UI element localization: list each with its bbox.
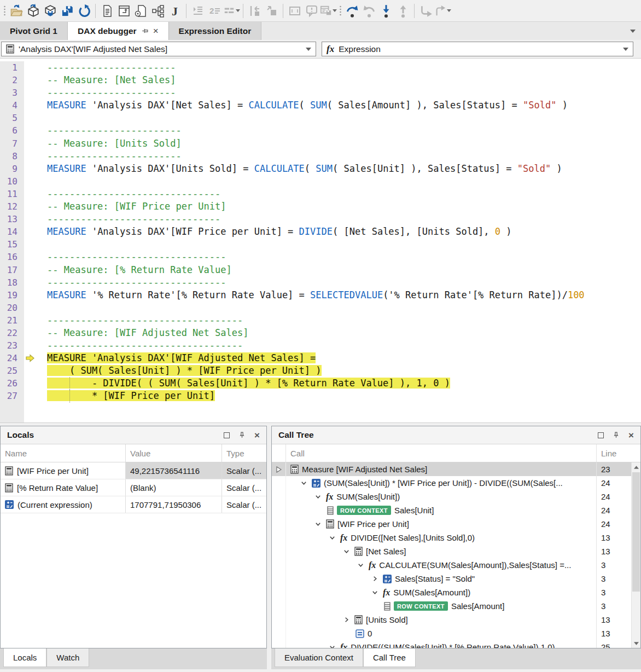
chevron-down-icon[interactable] bbox=[327, 644, 337, 648]
row-indicator-cell bbox=[272, 517, 286, 531]
chevron-down-icon[interactable] bbox=[299, 479, 308, 486]
breakpoint-margin bbox=[24, 364, 36, 377]
close-icon[interactable]: × bbox=[628, 432, 634, 438]
call-tree-row[interactable]: [Units Sold]13 bbox=[272, 613, 640, 627]
code-line: 12-- Measure: [WIF Price per Unit] bbox=[0, 200, 641, 213]
tab-overflow-icon[interactable] bbox=[630, 30, 636, 33]
chevron-right-icon[interactable] bbox=[370, 575, 380, 582]
toolbar-grip[interactable] bbox=[1, 5, 8, 16]
call-tree-row[interactable]: fxDIVIDE((SUM(Sales[Unit]) * [% Return R… bbox=[272, 640, 640, 648]
column-header-name[interactable]: Name bbox=[1, 444, 126, 462]
scroll-down-icon[interactable] bbox=[632, 639, 640, 648]
call-tree-row[interactable]: fxSUM(Sales[Amount])3 bbox=[272, 586, 640, 599]
scroll-up-icon[interactable] bbox=[632, 462, 640, 472]
expression-icon bbox=[312, 479, 320, 488]
call-text: Sales[Unit] bbox=[394, 506, 434, 515]
step-into-button[interactable] bbox=[377, 3, 394, 19]
chevron-down-icon[interactable] bbox=[327, 534, 337, 541]
call-tree-row[interactable]: fxSUM(Sales[Unit])24 bbox=[272, 490, 640, 503]
chevron-down-icon[interactable] bbox=[356, 561, 365, 569]
maximize-icon[interactable] bbox=[224, 432, 230, 438]
call-tree-row[interactable]: Measure [WIF Adjusted Net Sales]23 bbox=[272, 462, 640, 476]
scrollbar-thumb[interactable] bbox=[632, 472, 640, 592]
save-to-model-button[interactable] bbox=[42, 3, 59, 19]
code-line: 26 - DIVIDE( ( SUM( Sales[Unit] ) * [% R… bbox=[0, 377, 641, 390]
pin-icon[interactable] bbox=[613, 431, 620, 439]
locals-row[interactable]: [% Return Rate Value](Blank)Scalar (... bbox=[1, 479, 266, 496]
call-tree-row[interactable]: [WIF Price per Unit]24 bbox=[272, 517, 640, 531]
code-line: 8------------------------ bbox=[0, 150, 641, 163]
save-all-button[interactable] bbox=[59, 3, 75, 19]
column-header-value[interactable]: Value bbox=[126, 444, 222, 462]
column-header-type[interactable]: Type bbox=[222, 444, 266, 462]
local-name: (Current expression) bbox=[18, 500, 92, 509]
chevron-down-icon[interactable] bbox=[333, 9, 337, 12]
run-window-button[interactable] bbox=[115, 3, 132, 19]
attach-page-button[interactable] bbox=[132, 3, 149, 19]
chevron-down-icon[interactable] bbox=[313, 520, 323, 528]
call-text: [WIF Price per Unit] bbox=[337, 519, 409, 529]
code-line: 23----------------------------------- bbox=[0, 339, 641, 352]
step-over-button[interactable] bbox=[343, 3, 360, 19]
line-number: 14 bbox=[0, 225, 24, 238]
bottom-tab-call-tree[interactable]: Call Tree bbox=[363, 648, 416, 667]
line-number: 23 bbox=[0, 339, 24, 352]
tab-expression-editor[interactable]: Expression Editor bbox=[169, 22, 262, 40]
locals-row[interactable]: (Current expression)1707791,71950306Scal… bbox=[1, 496, 266, 513]
line-number: 17 bbox=[0, 264, 24, 276]
row-indicator-cell bbox=[272, 544, 286, 558]
call-tree-row[interactable]: fxCALCULATE(SUM(Sales[Amount]),Sales[Sta… bbox=[272, 558, 640, 572]
function-icon: fx bbox=[383, 588, 390, 598]
measure-combobox[interactable]: 'Analysis DAX'[WIF Adjusted Net Sales] bbox=[1, 42, 316, 56]
local-value[interactable]: 1707791,71950306 bbox=[126, 496, 222, 513]
bottom-tab-evaluation-context[interactable]: Evaluation Context bbox=[275, 648, 363, 667]
dependency-tree-button[interactable] bbox=[149, 3, 166, 19]
call-tree-row[interactable]: 013 bbox=[272, 627, 640, 640]
chevron-down-icon[interactable] bbox=[370, 589, 380, 596]
close-icon[interactable]: × bbox=[153, 26, 159, 37]
script-button[interactable]: J bbox=[166, 3, 183, 19]
chevron-down-icon[interactable] bbox=[313, 493, 323, 500]
breakpoint-margin bbox=[24, 276, 36, 289]
debug-grip[interactable] bbox=[337, 5, 343, 16]
pin-icon[interactable] bbox=[141, 27, 149, 34]
call-tree-row[interactable]: ROW CONTEXTSales[Amount]3 bbox=[272, 599, 640, 613]
call-tree-row[interactable]: [Net Sales]13 bbox=[272, 544, 640, 558]
calculator-icon bbox=[290, 465, 299, 474]
chevron-down-icon[interactable] bbox=[236, 9, 240, 12]
column-header-call[interactable]: Call bbox=[286, 444, 596, 462]
local-value[interactable]: 49,2215736541116 bbox=[126, 462, 222, 479]
breakpoint-margin bbox=[24, 225, 36, 238]
refresh-model-button[interactable] bbox=[25, 3, 42, 19]
call-tree-row[interactable]: ROW CONTEXTSales[Unit]24 bbox=[272, 503, 640, 517]
code-editor[interactable]: 1-----------------------2-- Measure: [Ne… bbox=[0, 58, 641, 423]
locals-row[interactable]: [WIF Price per Unit]49,2215736541116Scal… bbox=[1, 462, 266, 479]
call-tree-scrollbar[interactable] bbox=[631, 462, 640, 648]
pin-icon[interactable] bbox=[238, 431, 246, 439]
chevron-down-icon[interactable] bbox=[447, 9, 451, 12]
call-line-number: 3 bbox=[596, 599, 631, 613]
local-value[interactable]: (Blank) bbox=[126, 479, 222, 496]
call-tree-row[interactable]: (SUM(Sales[Unit]) * [WIF Price per Unit]… bbox=[272, 476, 640, 490]
call-tree-row[interactable]: fxDIVIDE([Net Sales],[Units Sold],0)13 bbox=[272, 531, 640, 544]
line-number: 16 bbox=[0, 251, 24, 263]
call-tree-row[interactable]: Sales[Status] = "Sold"3 bbox=[272, 572, 640, 586]
open-file-button[interactable] bbox=[8, 3, 25, 19]
tab-pivot-grid-1[interactable]: Pivot Grid 1 bbox=[0, 22, 68, 40]
chevron-right-icon[interactable] bbox=[341, 616, 351, 623]
refresh-button[interactable] bbox=[75, 3, 92, 19]
chevron-down-icon[interactable] bbox=[341, 548, 351, 555]
maximize-icon[interactable] bbox=[598, 432, 604, 438]
tab-label: DAX debugger bbox=[78, 26, 137, 36]
expression-combobox[interactable]: fx Expression bbox=[322, 42, 633, 56]
bottom-tab-watch[interactable]: Watch bbox=[46, 648, 89, 667]
close-icon[interactable]: × bbox=[254, 432, 260, 438]
tab-dax-debugger[interactable]: DAX debugger× bbox=[68, 22, 169, 40]
chevron-down-icon[interactable] bbox=[306, 48, 311, 51]
line-number: 5 bbox=[0, 112, 24, 124]
chevron-down-icon[interactable] bbox=[623, 48, 628, 51]
bottom-tab-locals[interactable]: Locals bbox=[3, 648, 46, 667]
call-text: Sales[Amount] bbox=[451, 601, 505, 611]
column-header-line[interactable]: Line bbox=[596, 444, 631, 462]
new-document-button[interactable] bbox=[98, 3, 115, 19]
